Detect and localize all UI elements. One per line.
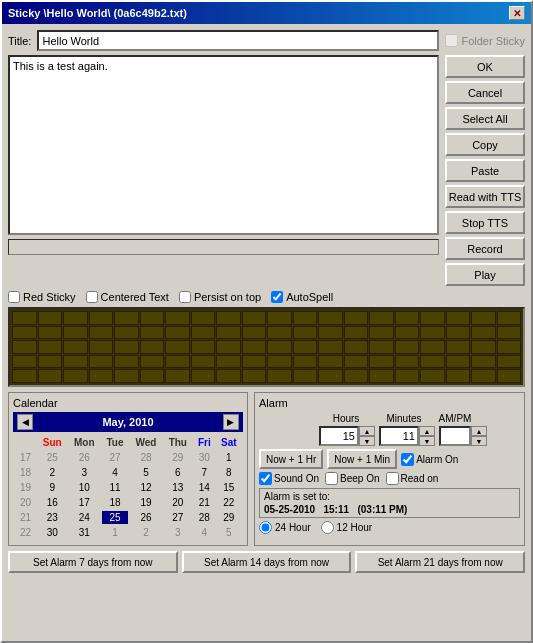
waveform-cell	[89, 326, 114, 340]
calendar-day[interactable]: 18	[102, 496, 128, 509]
calendar-day[interactable]: 19	[130, 496, 162, 509]
calendar-day[interactable]: 24	[69, 511, 100, 524]
minutes-input[interactable]	[379, 426, 419, 446]
record-button[interactable]: Record	[445, 237, 525, 260]
read-with-tts-button[interactable]: Read with TTS	[445, 185, 525, 208]
12hour-radio[interactable]	[321, 521, 334, 534]
calendar-next-button[interactable]: ▶	[223, 414, 239, 430]
calendar-day[interactable]: 26	[130, 511, 162, 524]
hours-down-button[interactable]: ▼	[359, 436, 375, 446]
waveform-cell	[140, 311, 165, 325]
calendar-day[interactable]: 10	[69, 481, 100, 494]
calendar-day[interactable]: 25	[102, 511, 128, 524]
calendar-day[interactable]: 4	[102, 466, 128, 479]
calendar-day[interactable]: 9	[38, 481, 67, 494]
calendar-day[interactable]: 17	[69, 496, 100, 509]
calendar-day[interactable]: 12	[130, 481, 162, 494]
title-input[interactable]	[37, 30, 439, 51]
calendar-day[interactable]: 15	[217, 481, 241, 494]
note-textarea[interactable]	[8, 55, 439, 235]
alarm-on-checkbox[interactable]	[401, 453, 414, 466]
calendar-day[interactable]: 21	[194, 496, 215, 509]
calendar-day[interactable]: 6	[164, 466, 192, 479]
red-sticky-checkbox[interactable]	[8, 291, 20, 303]
waveform-cell	[293, 311, 318, 325]
minutes-down-button[interactable]: ▼	[419, 436, 435, 446]
read-on-checkbox[interactable]	[386, 472, 399, 485]
calendar-day[interactable]: 30	[38, 526, 67, 539]
calendar-day[interactable]: 2	[38, 466, 67, 479]
centered-text-checkbox[interactable]	[86, 291, 98, 303]
calendar-day[interactable]: 20	[164, 496, 192, 509]
waveform-cell	[114, 326, 139, 340]
calendar-day[interactable]: 29	[164, 451, 192, 464]
calendar-day[interactable]: 2	[130, 526, 162, 539]
close-button[interactable]: ✕	[509, 6, 525, 20]
hours-spinner: ▲ ▼	[319, 426, 375, 446]
calendar-day[interactable]: 26	[69, 451, 100, 464]
waveform-cell	[267, 355, 292, 369]
calendar-day[interactable]: 16	[38, 496, 67, 509]
calendar-day[interactable]: 23	[38, 511, 67, 524]
calendar-day[interactable]: 30	[194, 451, 215, 464]
calendar-day[interactable]: 28	[130, 451, 162, 464]
calendar-day[interactable]: 29	[217, 511, 241, 524]
auto-spell-checkbox-group: AutoSpell	[271, 291, 333, 303]
copy-button[interactable]: Copy	[445, 133, 525, 156]
calendar-day[interactable]: 22	[217, 496, 241, 509]
calendar-day[interactable]: 31	[69, 526, 100, 539]
calendar-day[interactable]: 11	[102, 481, 128, 494]
set-alarm-21days-button[interactable]: Set Alarm 21 days from now	[355, 551, 525, 573]
hours-up-button[interactable]: ▲	[359, 426, 375, 436]
waveform-cell	[395, 369, 420, 383]
calendar-day[interactable]: 5	[130, 466, 162, 479]
title-label: Title:	[8, 35, 31, 47]
auto-spell-checkbox[interactable]	[271, 291, 283, 303]
minutes-spinner: ▲ ▼	[379, 426, 435, 446]
calendar-day[interactable]: 28	[194, 511, 215, 524]
calendar-day[interactable]: 25	[38, 451, 67, 464]
cancel-button[interactable]: Cancel	[445, 81, 525, 104]
waveform-cell	[293, 340, 318, 354]
calendar-day[interactable]: 14	[194, 481, 215, 494]
minutes-up-button[interactable]: ▲	[419, 426, 435, 436]
calendar-day[interactable]: 7	[194, 466, 215, 479]
calendar-day[interactable]: 3	[164, 526, 192, 539]
ampm-down-button[interactable]: ▼	[471, 436, 487, 446]
ok-button[interactable]: OK	[445, 55, 525, 78]
calendar-prev-button[interactable]: ◀	[17, 414, 33, 430]
set-alarm-7days-button[interactable]: Set Alarm 7 days from now	[8, 551, 178, 573]
ampm-up-button[interactable]: ▲	[471, 426, 487, 436]
24hour-radio[interactable]	[259, 521, 272, 534]
waveform-cell	[471, 355, 496, 369]
waveform-cell	[267, 340, 292, 354]
waveform-cell	[242, 326, 267, 340]
calendar-day[interactable]: 5	[217, 526, 241, 539]
hours-input[interactable]	[319, 426, 359, 446]
calendar-day[interactable]: 3	[69, 466, 100, 479]
set-alarm-14days-button[interactable]: Set Alarm 14 days from now	[182, 551, 352, 573]
calendar-day[interactable]: 4	[194, 526, 215, 539]
stop-tts-button[interactable]: Stop TTS	[445, 211, 525, 234]
calendar-day[interactable]: 27	[164, 511, 192, 524]
now-plus-1min-button[interactable]: Now + 1 Min	[327, 449, 397, 469]
waveform-cell	[140, 340, 165, 354]
select-all-button[interactable]: Select All	[445, 107, 525, 130]
waveform-cell	[89, 355, 114, 369]
play-button[interactable]: Play	[445, 263, 525, 286]
now-plus-1hr-button[interactable]: Now + 1 Hr	[259, 449, 323, 469]
calendar-day[interactable]: 27	[102, 451, 128, 464]
persist-on-top-checkbox[interactable]	[179, 291, 191, 303]
calendar-day[interactable]: 13	[164, 481, 192, 494]
folder-sticky-checkbox[interactable]	[445, 34, 458, 47]
calendar-day[interactable]: 1	[217, 451, 241, 464]
beep-on-checkbox[interactable]	[325, 472, 338, 485]
calendar-day[interactable]: 8	[217, 466, 241, 479]
waveform-cell	[216, 340, 241, 354]
sound-on-checkbox[interactable]	[259, 472, 272, 485]
calendar-day[interactable]: 1	[102, 526, 128, 539]
paste-button[interactable]: Paste	[445, 159, 525, 182]
waveform-cell	[114, 311, 139, 325]
ampm-input[interactable]	[439, 426, 471, 446]
horizontal-scrollbar[interactable]	[8, 239, 439, 255]
